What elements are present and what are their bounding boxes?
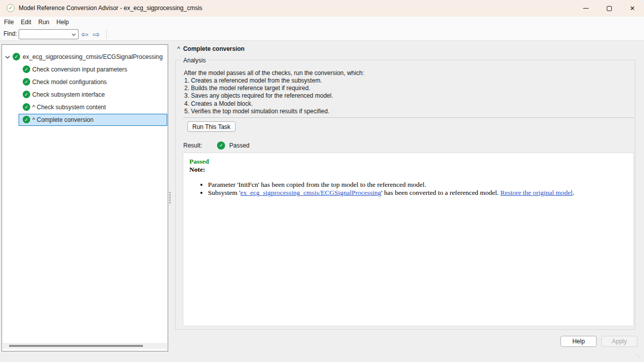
check-tree-panel: ex_ecg_sigprocessing_cmsis/ECGSignalProc… (2, 44, 168, 351)
tree-item-label: Check subsystem interface (32, 89, 105, 101)
tree-item-label: ex_ecg_sigprocessing_cmsis/ECGSignalProc… (23, 51, 163, 63)
analysis-step: Builds the model reference target if req… (184, 85, 333, 92)
menu-run[interactable]: Run (35, 17, 53, 28)
close-button[interactable]: ✕ (621, 0, 644, 17)
menu-edit[interactable]: Edit (17, 17, 35, 28)
find-label: Find: (4, 28, 17, 40)
window-resize-grip[interactable]: ⋱ (636, 353, 641, 358)
window-title: Model Reference Conversion Advisor - ex_… (19, 0, 202, 17)
result-row: Result: Passed (183, 141, 249, 150)
task-header: ^Complete conversion (177, 45, 245, 52)
maximize-icon (607, 6, 612, 11)
titlebar: ✓ Model Reference Conversion Advisor - e… (0, 0, 644, 17)
menu-bar: File Edit Run Help (0, 17, 644, 28)
menu-help[interactable]: Help (53, 17, 73, 28)
tree-item-label: Check conversion input parameters (32, 63, 127, 76)
result-label: Result: (183, 142, 202, 149)
result-report-box: Passed Note: Parameter 'InitFcn' has bee… (183, 153, 634, 326)
result-passed-icon (217, 141, 225, 150)
app-check-icon: ✓ (7, 4, 15, 12)
minimize-button[interactable] (574, 0, 597, 17)
analysis-step: Creates a referenced model from the subs… (184, 77, 333, 85)
tree-expander-icon[interactable] (5, 55, 10, 59)
report-note-item: Parameter 'InitFcn' has been copied from… (208, 181, 627, 189)
scrollbar-thumb[interactable] (9, 345, 143, 347)
check-passed-icon (23, 103, 30, 111)
find-toolbar: Find: ⇦ ⇨ (0, 28, 644, 41)
toolbar-separator (106, 30, 107, 39)
help-button[interactable]: Help (560, 336, 597, 347)
task-title: Complete conversion (183, 45, 245, 52)
note-text: Subsystem ' (208, 189, 240, 196)
minimize-icon (583, 8, 589, 9)
tree-item-root[interactable]: ex_ecg_sigprocessing_cmsis/ECGSignalProc… (2, 51, 167, 63)
tree-item-label: Check model configurations (32, 76, 107, 89)
report-status-passed: Passed (189, 158, 627, 166)
analysis-intro-text: After the model passes all of the checks… (184, 69, 364, 77)
report-notes-list: Parameter 'InitFcn' has been copied from… (189, 181, 627, 197)
find-combobox[interactable] (19, 29, 79, 39)
restore-original-model-link[interactable]: Restore the original model (500, 189, 573, 196)
tree-item-label: ^ Complete conversion (32, 114, 94, 127)
check-passed-icon (23, 91, 30, 98)
tree-item-check-model-configurations[interactable]: Check model configurations (2, 76, 167, 89)
check-passed-icon (23, 78, 30, 86)
analysis-step: Saves any objects required for the refer… (184, 92, 333, 100)
tree-item-check-input-parameters[interactable]: Check conversion input parameters (2, 63, 167, 76)
analysis-steps-list: Creates a referenced model from the subs… (184, 77, 333, 115)
result-value: Passed (229, 142, 249, 149)
note-text: Parameter 'InitFcn' has been copied from… (208, 181, 426, 188)
task-collapse-caret[interactable]: ^ (177, 45, 180, 52)
find-input[interactable] (20, 30, 71, 38)
tree-item-check-subsystem-interface[interactable]: Check subsystem interface (2, 89, 167, 101)
report-note-item: Subsystem 'ex_ecg_sigprocessing_cmsis/EC… (208, 189, 627, 197)
analysis-separator (183, 117, 634, 118)
note-text: . (573, 189, 574, 196)
apply-button[interactable]: Apply (601, 336, 637, 347)
analysis-step: Verifies the top model simulation result… (184, 108, 333, 115)
chevron-down-icon[interactable] (71, 33, 76, 36)
find-back-arrow[interactable]: ⇦ (81, 28, 88, 40)
analysis-legend: Analysis (181, 57, 208, 64)
run-this-task-button[interactable]: Run This Task (187, 121, 236, 132)
note-text: ' has been converted to a referenced mod… (381, 189, 500, 196)
check-passed-icon (13, 53, 20, 60)
menu-file[interactable]: File (1, 17, 17, 28)
maximize-button[interactable] (598, 0, 621, 17)
tree-item-check-subsystem-content[interactable]: ^ Check subsystem content (2, 101, 167, 114)
analysis-step: Creates a Model block. (184, 100, 333, 108)
find-forward-arrow[interactable]: ⇨ (93, 28, 100, 40)
tree-horizontal-scrollbar[interactable] (3, 343, 167, 349)
panel-splitter-handle[interactable] (169, 192, 171, 205)
report-note-label: Note: (189, 166, 627, 174)
check-passed-icon (23, 65, 30, 73)
subsystem-link[interactable]: ex_ecg_sigprocessing_cmsis/ECGSignalProc… (240, 189, 381, 196)
tree-item-label: ^ Check subsystem content (32, 101, 106, 114)
close-icon: ✕ (630, 5, 635, 12)
tree-item-complete-conversion-selected[interactable]: ^ Complete conversion (19, 114, 167, 126)
check-passed-icon (23, 116, 30, 123)
